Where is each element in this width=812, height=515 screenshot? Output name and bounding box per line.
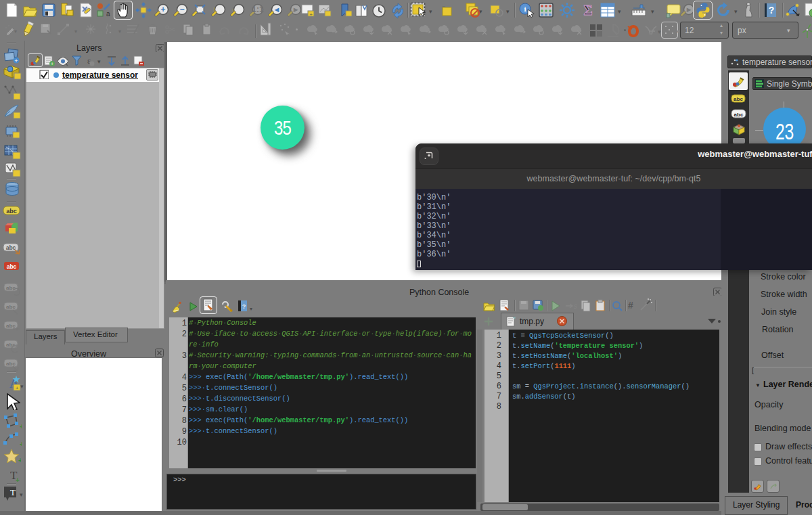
svg-text:+: + bbox=[18, 457, 21, 463]
svg-text:abc: abc bbox=[6, 323, 16, 329]
svg-text:T: T bbox=[10, 487, 16, 497]
svg-text:Σ: Σ bbox=[583, 3, 592, 18]
svg-text:?: ? bbox=[242, 303, 246, 310]
svg-text:+: + bbox=[20, 423, 22, 429]
svg-text:+: + bbox=[160, 5, 165, 14]
svg-text:+: + bbox=[16, 476, 20, 483]
svg-text:a: a bbox=[106, 10, 110, 18]
svg-text:abc: abc bbox=[734, 96, 743, 102]
svg-text:▸: ▸ bbox=[293, 5, 298, 14]
svg-text:i: i bbox=[524, 5, 526, 13]
svg-text:+: + bbox=[14, 58, 18, 64]
svg-text:abc: abc bbox=[734, 112, 744, 118]
svg-text:1:1: 1:1 bbox=[252, 5, 264, 14]
svg-text:◂: ◂ bbox=[274, 5, 279, 14]
svg-text:abc: abc bbox=[6, 342, 16, 348]
svg-text:abc: abc bbox=[6, 244, 16, 251]
svg-text:▸: ▸ bbox=[686, 5, 692, 14]
svg-text:+: + bbox=[51, 62, 53, 66]
svg-text:+: + bbox=[309, 12, 313, 18]
svg-text:−: − bbox=[179, 5, 184, 14]
svg-text:?: ? bbox=[769, 5, 775, 16]
svg-text:abc: abc bbox=[6, 304, 16, 310]
svg-text:abc: abc bbox=[7, 263, 17, 270]
svg-text:+: + bbox=[16, 385, 19, 391]
svg-text:abc: abc bbox=[6, 361, 16, 367]
svg-text:abc: abc bbox=[6, 208, 17, 215]
svg-text:+: + bbox=[20, 441, 22, 447]
svg-text:s: s bbox=[574, 303, 577, 310]
